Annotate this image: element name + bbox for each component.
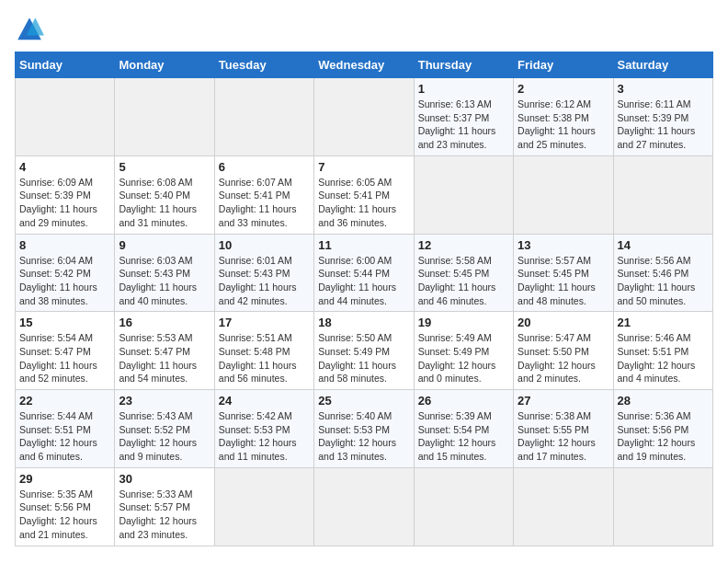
week-row-3: 8Sunrise: 6:04 AMSunset: 5:42 PMDaylight… <box>16 234 713 312</box>
calendar-cell: 3Sunrise: 6:11 AMSunset: 5:39 PMDaylight… <box>613 78 712 156</box>
calendar-cell <box>314 467 414 546</box>
week-row-1: 1Sunrise: 6:13 AMSunset: 5:37 PMDaylight… <box>16 78 713 156</box>
calendar-cell: 25Sunrise: 5:40 AMSunset: 5:53 PMDayligh… <box>314 390 414 468</box>
day-info: Sunrise: 5:36 AMSunset: 5:56 PMDaylight:… <box>618 409 709 464</box>
day-info: Sunrise: 5:42 AMSunset: 5:53 PMDaylight:… <box>219 409 310 464</box>
header-row: SundayMondayTuesdayWednesdayThursdayFrid… <box>16 52 713 78</box>
day-number: 29 <box>19 472 110 486</box>
calendar-cell: 2Sunrise: 6:12 AMSunset: 5:38 PMDaylight… <box>514 78 613 156</box>
day-info: Sunrise: 5:57 AMSunset: 5:45 PMDaylight:… <box>518 254 609 308</box>
calendar-table: SundayMondayTuesdayWednesdayThursdayFrid… <box>15 52 713 546</box>
calendar-cell <box>414 467 513 546</box>
day-number: 14 <box>618 238 709 252</box>
day-info: Sunrise: 5:39 AMSunset: 5:54 PMDaylight:… <box>418 409 509 464</box>
calendar-cell: 1Sunrise: 6:13 AMSunset: 5:37 PMDaylight… <box>414 78 513 156</box>
day-info: Sunrise: 5:54 AMSunset: 5:47 PMDaylight:… <box>19 331 110 385</box>
day-number: 25 <box>318 394 409 408</box>
day-number: 5 <box>119 160 210 174</box>
day-info: Sunrise: 6:09 AMSunset: 5:39 PMDaylight:… <box>19 176 110 230</box>
calendar-cell: 4Sunrise: 6:09 AMSunset: 5:39 PMDaylight… <box>16 155 115 234</box>
calendar-cell: 10Sunrise: 6:01 AMSunset: 5:43 PMDayligh… <box>214 234 313 312</box>
day-header-wednesday: Wednesday <box>314 52 414 78</box>
day-number: 4 <box>19 160 110 174</box>
calendar-cell: 21Sunrise: 5:46 AMSunset: 5:51 PMDayligh… <box>613 312 712 390</box>
day-info: Sunrise: 5:40 AMSunset: 5:53 PMDaylight:… <box>318 409 409 464</box>
calendar-cell: 20Sunrise: 5:47 AMSunset: 5:50 PMDayligh… <box>514 312 613 390</box>
day-info: Sunrise: 5:44 AMSunset: 5:51 PMDaylight:… <box>19 409 110 464</box>
day-info: Sunrise: 6:03 AMSunset: 5:43 PMDaylight:… <box>119 254 210 308</box>
calendar-cell <box>115 78 214 156</box>
week-row-4: 15Sunrise: 5:54 AMSunset: 5:47 PMDayligh… <box>16 312 713 390</box>
calendar-cell: 29Sunrise: 5:35 AMSunset: 5:56 PMDayligh… <box>16 467 115 546</box>
calendar-cell: 16Sunrise: 5:53 AMSunset: 5:47 PMDayligh… <box>115 312 214 390</box>
day-info: Sunrise: 6:08 AMSunset: 5:40 PMDaylight:… <box>119 176 210 230</box>
day-number: 2 <box>518 82 609 96</box>
day-header-friday: Friday <box>514 52 613 78</box>
week-row-6: 29Sunrise: 5:35 AMSunset: 5:56 PMDayligh… <box>16 467 713 546</box>
day-number: 10 <box>219 238 310 252</box>
calendar-cell <box>214 78 313 156</box>
day-info: Sunrise: 5:49 AMSunset: 5:49 PMDaylight:… <box>418 331 509 385</box>
day-number: 6 <box>219 160 310 174</box>
calendar-cell <box>514 155 613 234</box>
day-number: 18 <box>318 316 409 329</box>
day-number: 15 <box>19 316 110 329</box>
day-info: Sunrise: 6:12 AMSunset: 5:38 PMDaylight:… <box>518 98 609 152</box>
day-number: 9 <box>119 238 210 252</box>
day-info: Sunrise: 5:50 AMSunset: 5:49 PMDaylight:… <box>318 331 409 385</box>
day-info: Sunrise: 5:46 AMSunset: 5:51 PMDaylight:… <box>618 331 709 385</box>
day-info: Sunrise: 5:47 AMSunset: 5:50 PMDaylight:… <box>518 331 609 385</box>
week-row-5: 22Sunrise: 5:44 AMSunset: 5:51 PMDayligh… <box>16 390 713 468</box>
day-header-monday: Monday <box>115 52 214 78</box>
day-info: Sunrise: 6:04 AMSunset: 5:42 PMDaylight:… <box>19 254 110 308</box>
calendar-body: 1Sunrise: 6:13 AMSunset: 5:37 PMDaylight… <box>16 78 713 546</box>
day-info: Sunrise: 6:05 AMSunset: 5:41 PMDaylight:… <box>318 176 409 230</box>
day-info: Sunrise: 5:38 AMSunset: 5:55 PMDaylight:… <box>518 409 609 464</box>
day-info: Sunrise: 5:56 AMSunset: 5:46 PMDaylight:… <box>618 254 709 308</box>
calendar-cell: 8Sunrise: 6:04 AMSunset: 5:42 PMDaylight… <box>16 234 115 312</box>
day-number: 16 <box>119 316 210 329</box>
calendar-cell <box>613 467 712 546</box>
day-info: Sunrise: 5:53 AMSunset: 5:47 PMDaylight:… <box>119 331 210 385</box>
calendar-cell <box>314 78 414 156</box>
day-number: 13 <box>518 238 609 252</box>
page-header <box>15 15 713 44</box>
day-header-saturday: Saturday <box>613 52 712 78</box>
day-info: Sunrise: 5:33 AMSunset: 5:57 PMDaylight:… <box>119 488 210 542</box>
calendar-cell: 22Sunrise: 5:44 AMSunset: 5:51 PMDayligh… <box>16 390 115 468</box>
day-number: 28 <box>618 394 709 408</box>
day-number: 24 <box>219 394 310 408</box>
logo <box>15 15 48 44</box>
day-header-thursday: Thursday <box>414 52 513 78</box>
calendar-cell <box>214 467 313 546</box>
day-number: 12 <box>418 238 509 252</box>
day-number: 17 <box>219 316 310 329</box>
day-header-sunday: Sunday <box>16 52 115 78</box>
day-info: Sunrise: 5:58 AMSunset: 5:45 PMDaylight:… <box>418 254 509 308</box>
calendar-cell <box>16 78 115 156</box>
calendar-cell: 14Sunrise: 5:56 AMSunset: 5:46 PMDayligh… <box>613 234 712 312</box>
calendar-cell <box>414 155 513 234</box>
calendar-cell: 5Sunrise: 6:08 AMSunset: 5:40 PMDaylight… <box>115 155 214 234</box>
day-number: 30 <box>119 472 210 486</box>
week-row-2: 4Sunrise: 6:09 AMSunset: 5:39 PMDaylight… <box>16 155 713 234</box>
day-info: Sunrise: 6:01 AMSunset: 5:43 PMDaylight:… <box>219 254 310 308</box>
calendar-cell: 6Sunrise: 6:07 AMSunset: 5:41 PMDaylight… <box>214 155 313 234</box>
day-number: 19 <box>418 316 509 329</box>
day-number: 22 <box>19 394 110 408</box>
calendar-cell: 15Sunrise: 5:54 AMSunset: 5:47 PMDayligh… <box>16 312 115 390</box>
calendar-cell: 17Sunrise: 5:51 AMSunset: 5:48 PMDayligh… <box>214 312 313 390</box>
calendar-cell: 7Sunrise: 6:05 AMSunset: 5:41 PMDaylight… <box>314 155 414 234</box>
calendar-cell <box>613 155 712 234</box>
day-number: 20 <box>518 316 609 329</box>
day-number: 23 <box>119 394 210 408</box>
calendar-header: SundayMondayTuesdayWednesdayThursdayFrid… <box>16 52 713 78</box>
day-number: 26 <box>418 394 509 408</box>
calendar-cell: 12Sunrise: 5:58 AMSunset: 5:45 PMDayligh… <box>414 234 513 312</box>
day-number: 21 <box>618 316 709 329</box>
day-number: 1 <box>418 82 509 96</box>
day-number: 11 <box>318 238 409 252</box>
day-info: Sunrise: 5:35 AMSunset: 5:56 PMDaylight:… <box>19 488 110 542</box>
day-number: 8 <box>19 238 110 252</box>
calendar-cell: 26Sunrise: 5:39 AMSunset: 5:54 PMDayligh… <box>414 390 513 468</box>
